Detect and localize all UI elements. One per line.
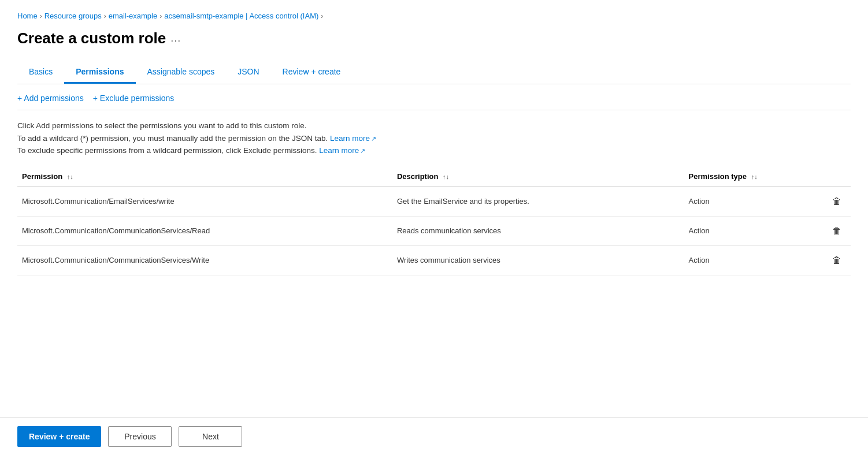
page-title: Create a custom role <box>17 29 166 47</box>
action-row: + Add permissions + Exclude permissions <box>17 94 851 110</box>
breadcrumb-sep-4: › <box>321 12 323 20</box>
breadcrumb-resource-groups[interactable]: Resource groups <box>44 12 102 20</box>
col-header-action <box>809 166 851 187</box>
cell-description-0: Get the EmailService and its properties. <box>392 187 684 216</box>
cell-type-0: Action <box>684 187 809 216</box>
add-permissions-link[interactable]: + Add permissions <box>17 94 84 103</box>
footer: Review + create Previous Next <box>0 417 868 455</box>
delete-row-button-1[interactable]: 🗑 <box>828 223 846 238</box>
cell-description-2: Writes communication services <box>392 245 684 275</box>
table-row: Microsoft.Communication/EmailServices/wr… <box>17 187 851 216</box>
sort-icon-permission: ↑↓ <box>67 173 73 180</box>
cell-permission-1: Microsoft.Communication/CommunicationSer… <box>17 216 392 245</box>
tabs-container: Basics Permissions Assignable scopes JSO… <box>17 61 851 84</box>
table-header: Permission ↑↓ Description ↑↓ Permission … <box>17 166 851 187</box>
cell-type-2: Action <box>684 245 809 275</box>
tab-permissions[interactable]: Permissions <box>64 61 135 84</box>
cell-description-1: Reads communication services <box>392 216 684 245</box>
sort-icon-type: ↑↓ <box>751 173 758 180</box>
info-line-3: To exclude specific permissions from a w… <box>17 144 851 157</box>
col-header-permission[interactable]: Permission ↑↓ <box>17 166 392 187</box>
breadcrumb-acs-iam[interactable]: acsemail-smtp-example | Access control (… <box>164 12 318 20</box>
breadcrumb: Home › Resource groups › email-example ›… <box>17 12 851 20</box>
external-link-icon-1: ↗ <box>371 135 376 142</box>
permissions-table: Permission ↑↓ Description ↑↓ Permission … <box>17 166 851 275</box>
tab-basics[interactable]: Basics <box>17 61 64 84</box>
col-header-permission-type[interactable]: Permission type ↑↓ <box>684 166 809 187</box>
breadcrumb-sep-1: › <box>40 12 42 20</box>
delete-row-button-2[interactable]: 🗑 <box>828 253 846 268</box>
info-line-2: To add a wildcard (*) permission, you mu… <box>17 132 851 145</box>
breadcrumb-email-example[interactable]: email-example <box>109 12 158 20</box>
external-link-icon-2: ↗ <box>360 147 365 154</box>
learn-more-exclude-link[interactable]: Learn more↗ <box>319 146 365 155</box>
tab-assignable-scopes[interactable]: Assignable scopes <box>136 61 227 84</box>
review-create-button[interactable]: Review + create <box>17 426 101 447</box>
previous-button[interactable]: Previous <box>108 426 172 447</box>
cell-action-1: 🗑 <box>809 216 851 245</box>
info-text-block: Click Add permissions to select the perm… <box>17 120 851 157</box>
table-row: Microsoft.Communication/CommunicationSer… <box>17 216 851 245</box>
exclude-permissions-link[interactable]: + Exclude permissions <box>93 94 174 103</box>
tab-review-create[interactable]: Review + create <box>271 61 353 84</box>
col-header-description[interactable]: Description ↑↓ <box>392 166 684 187</box>
breadcrumb-sep-2: › <box>104 12 106 20</box>
tab-json[interactable]: JSON <box>226 61 270 84</box>
more-options-button[interactable]: ... <box>170 32 181 44</box>
page-title-row: Create a custom role ... <box>17 29 851 47</box>
page-container: Home › Resource groups › email-example ›… <box>0 0 868 455</box>
table-body: Microsoft.Communication/EmailServices/wr… <box>17 187 851 275</box>
table-row: Microsoft.Communication/CommunicationSer… <box>17 245 851 275</box>
cell-type-1: Action <box>684 216 809 245</box>
info-line-1: Click Add permissions to select the perm… <box>17 120 851 132</box>
cell-action-2: 🗑 <box>809 245 851 275</box>
breadcrumb-home[interactable]: Home <box>17 12 38 20</box>
cell-action-0: 🗑 <box>809 187 851 216</box>
cell-permission-0: Microsoft.Communication/EmailServices/wr… <box>17 187 392 216</box>
delete-row-button-0[interactable]: 🗑 <box>828 194 846 209</box>
next-button[interactable]: Next <box>179 426 242 447</box>
learn-more-wildcard-link[interactable]: Learn more↗ <box>330 134 376 143</box>
content-area: + Add permissions + Exclude permissions … <box>17 84 851 275</box>
cell-permission-2: Microsoft.Communication/CommunicationSer… <box>17 245 392 275</box>
breadcrumb-sep-3: › <box>159 12 162 20</box>
sort-icon-description: ↑↓ <box>443 173 449 180</box>
